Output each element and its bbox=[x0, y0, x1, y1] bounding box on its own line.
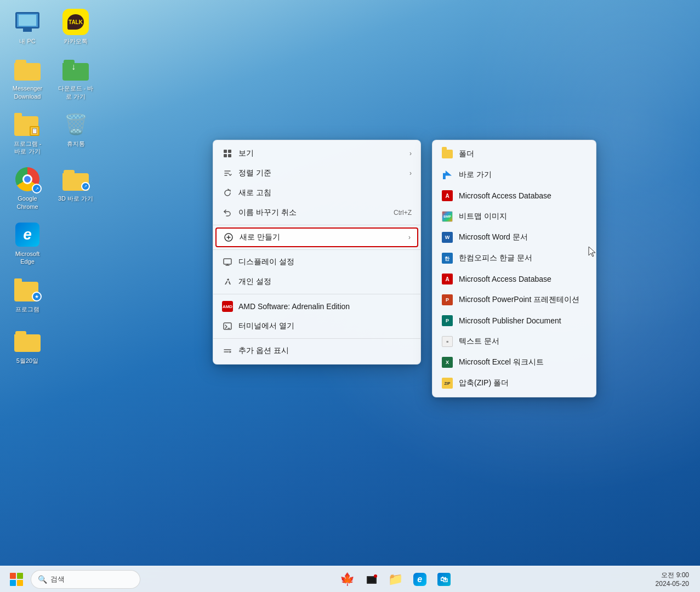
submenu-word[interactable]: W Microsoft Word 문서 bbox=[432, 227, 596, 248]
3d-label: 3D 바로 가기 bbox=[58, 195, 93, 202]
submenu-bitmap[interactable]: BMP 비트맵 이미지 bbox=[432, 206, 596, 227]
svg-rect-0 bbox=[224, 150, 227, 153]
context-menu-sort[interactable]: 정렬 기준 › bbox=[213, 163, 420, 183]
taskbar-search-text: 검색 bbox=[50, 574, 65, 584]
ppt-sub-icon: P bbox=[441, 294, 453, 306]
submenu-ppt[interactable]: P Microsoft PowerPoint 프레젠테이션 bbox=[432, 289, 596, 310]
edge-label: Microsoft Edge bbox=[8, 250, 47, 266]
context-menu-view[interactable]: 보기 › bbox=[213, 144, 420, 163]
taskbar-explorer-icon[interactable]: 📁 bbox=[385, 568, 407, 590]
desktop-icon-program[interactable]: ★ 프로그램 bbox=[5, 274, 49, 316]
shortcut-sub-label: 바로 가기 bbox=[459, 170, 492, 180]
edge-icon-desktop: e bbox=[15, 223, 39, 247]
submenu-excel[interactable]: X Microsoft Excel 워크시트 bbox=[432, 352, 596, 373]
svg-rect-3 bbox=[228, 154, 231, 157]
taskbar-clock[interactable]: 오전 9:00 2024-05-20 bbox=[651, 571, 693, 588]
view-icon bbox=[222, 148, 233, 159]
separator-2 bbox=[213, 249, 420, 250]
view-arrow: › bbox=[409, 150, 412, 157]
taskbar: 🔍 검색 🍁 📁 e 🛍 오전 9:00 2024-05- bbox=[0, 566, 700, 592]
download-label: 다운로드 - 바로 가기 bbox=[56, 84, 95, 100]
taskbar-date-value: 2024-05-20 bbox=[656, 580, 689, 588]
desktop-icon-messenger[interactable]: Messenger Download bbox=[5, 53, 49, 104]
undo-icon bbox=[222, 207, 233, 218]
submenu-publisher[interactable]: P Microsoft Publisher Document bbox=[432, 310, 596, 331]
taskbar-time-value: 오전 9:00 bbox=[656, 571, 689, 580]
submenu-access2[interactable]: A Microsoft Access Database bbox=[432, 269, 596, 289]
desktop-icon-3d[interactable]: ↗ 3D 바로 가기 bbox=[54, 163, 98, 214]
context-menu-display[interactable]: 디스플레이 설정 bbox=[213, 252, 420, 272]
submenu-shortcut[interactable]: 바로 가기 bbox=[432, 164, 596, 185]
desktop-icon-my-pc[interactable]: 내 PC bbox=[5, 5, 49, 48]
more-icon bbox=[222, 345, 233, 356]
personalize-label: 개인 설정 bbox=[238, 277, 412, 287]
separator-3 bbox=[213, 294, 420, 294]
svg-rect-5 bbox=[224, 259, 231, 264]
more-label: 추가 옵션 표시 bbox=[238, 346, 412, 356]
publisher-sub-icon: P bbox=[441, 315, 453, 327]
refresh-label: 새로 고침 bbox=[238, 188, 412, 198]
taskbar-search-icon: 🔍 bbox=[38, 575, 47, 584]
separator-4 bbox=[213, 338, 420, 339]
svg-rect-2 bbox=[224, 154, 227, 157]
hwp-sub-label: 한컴오피스 한글 문서 bbox=[459, 253, 532, 263]
svg-text:한: 한 bbox=[445, 256, 450, 261]
context-menu-terminal[interactable]: 터미널에서 열기 bbox=[213, 316, 420, 336]
my-pc-label: 내 PC bbox=[19, 37, 35, 45]
context-menu-more[interactable]: 추가 옵션 표시 bbox=[213, 341, 420, 361]
terminal-icon bbox=[222, 321, 233, 332]
desktop-icon-edge[interactable]: e Microsoft Edge bbox=[5, 218, 49, 269]
amd-icon: AMD bbox=[222, 301, 233, 312]
pc-icon bbox=[15, 12, 39, 32]
word-sub-label: Microsoft Word 문서 bbox=[459, 232, 528, 242]
submenu-access[interactable]: A Microsoft Access Database bbox=[432, 185, 596, 206]
submenu-folder[interactable]: 폴더 bbox=[432, 144, 596, 164]
new-arrow: › bbox=[408, 234, 411, 241]
context-menu-undo[interactable]: 이름 바꾸기 취소 Ctrl+Z bbox=[213, 203, 420, 223]
desktop-icon-5-20[interactable]: 5월20일 bbox=[5, 325, 49, 368]
folder-5-20-label: 5월20일 bbox=[16, 357, 38, 365]
view-label: 보기 bbox=[238, 149, 404, 158]
taskbar-search[interactable]: 🔍 검색 bbox=[31, 570, 140, 589]
folder-5-20-icon bbox=[14, 331, 41, 352]
taskbar-store-icon[interactable]: 🛍 bbox=[433, 568, 455, 590]
taskbar-right: 오전 9:00 2024-05-20 bbox=[651, 571, 693, 588]
context-menu-refresh[interactable]: 새로 고침 bbox=[213, 183, 420, 203]
svg-rect-6 bbox=[224, 323, 231, 329]
context-menu-personalize[interactable]: 개인 설정 bbox=[213, 272, 420, 292]
kakao-icon: TALK bbox=[62, 9, 89, 35]
submenu-hwp[interactable]: 한 한컴오피스 한글 문서 bbox=[432, 248, 596, 269]
refresh-icon bbox=[222, 187, 233, 198]
context-menu-new[interactable]: 새로 만들기 › bbox=[215, 227, 418, 247]
messenger-label: Messenger Download bbox=[8, 84, 47, 100]
windows-logo bbox=[10, 573, 23, 586]
undo-shortcut: Ctrl+Z bbox=[394, 209, 412, 217]
bitmap-sub-icon: BMP bbox=[441, 210, 453, 223]
desktop-icon-download[interactable]: ↓ 다운로드 - 바로 가기 bbox=[54, 53, 98, 104]
desktop-icons: 내 PC TALK 카카오톡 bbox=[5, 5, 98, 368]
taskbar-snip-icon[interactable] bbox=[361, 568, 383, 590]
desktop-icon-chrome[interactable]: ↗ Google Chrome bbox=[5, 163, 49, 214]
access2-sub-icon: A bbox=[441, 273, 453, 285]
zip-sub-label: 압축(ZIP) 폴더 bbox=[459, 378, 509, 388]
submenu-text[interactable]: ≡ 텍스트 문서 bbox=[432, 331, 596, 352]
taskbar-autumn-icon[interactable]: 🍁 bbox=[337, 568, 358, 590]
context-menu-amd[interactable]: AMD AMD Software: Adrenalin Edition bbox=[213, 297, 420, 316]
new-icon bbox=[223, 232, 234, 243]
taskbar-center-icons: 🍁 📁 e 🛍 bbox=[140, 568, 651, 590]
desktop-icon-program-shortcut[interactable]: 📋 프로그램 -바로 가기 bbox=[5, 108, 49, 159]
desktop-icon-kakao[interactable]: TALK 카카오톡 bbox=[54, 5, 98, 48]
text-sub-label: 텍스트 문서 bbox=[459, 337, 499, 346]
bitmap-sub-label: 비트맵 이미지 bbox=[459, 212, 507, 221]
excel-sub-icon: X bbox=[441, 356, 453, 368]
submenu-new: 폴더 바로 가기 A Microsoft Access Database BMP… bbox=[432, 140, 596, 397]
submenu-zip[interactable]: ZIP 압축(ZIP) 폴더 bbox=[432, 373, 596, 394]
kakao-label: 카카오톡 bbox=[64, 37, 88, 45]
access-sub-icon: A bbox=[441, 190, 453, 202]
desktop-icon-recycle[interactable]: 🗑️ 휴지통 bbox=[54, 108, 98, 159]
publisher-sub-label: Microsoft Publisher Document bbox=[459, 316, 561, 325]
start-button[interactable] bbox=[7, 570, 26, 589]
program-label: 프로그램 bbox=[15, 305, 39, 313]
taskbar-edge-icon[interactable]: e bbox=[409, 568, 431, 590]
folder-sub-label: 폴더 bbox=[459, 149, 474, 159]
